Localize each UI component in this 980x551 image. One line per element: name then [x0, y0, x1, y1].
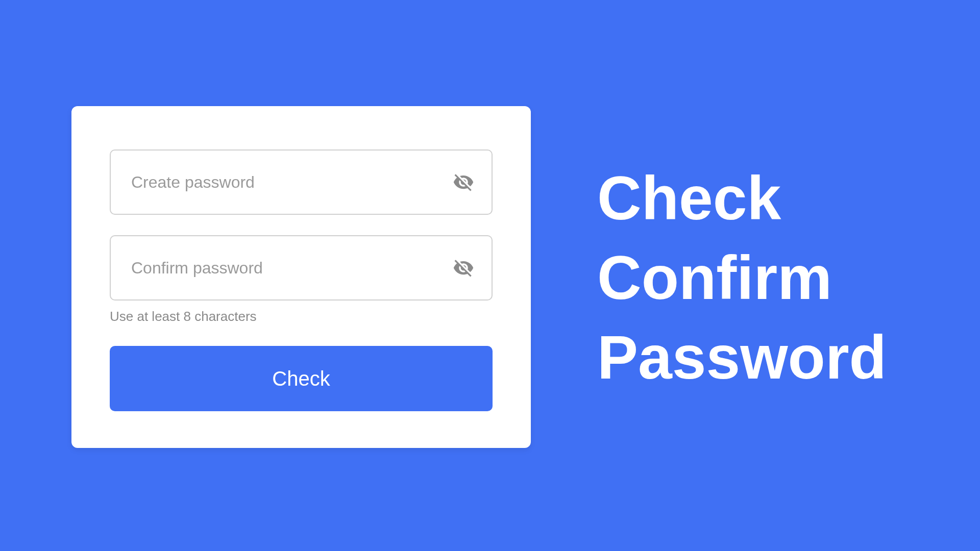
page-heading: Check Confirm Password: [597, 158, 887, 397]
password-hint-text: Use at least 8 characters: [110, 309, 493, 324]
check-button[interactable]: Check: [110, 346, 493, 411]
password-form-card: Use at least 8 characters Check: [71, 106, 531, 448]
confirm-password-input[interactable]: [110, 235, 493, 300]
heading-line-2: Confirm: [597, 238, 887, 317]
create-password-input[interactable]: [110, 149, 493, 215]
heading-line-3: Password: [597, 317, 887, 397]
eye-off-icon[interactable]: [453, 171, 474, 193]
create-password-wrapper: [110, 149, 493, 215]
eye-off-icon[interactable]: [453, 257, 474, 279]
confirm-password-wrapper: [110, 235, 493, 300]
heading-line-1: Check: [597, 158, 887, 238]
